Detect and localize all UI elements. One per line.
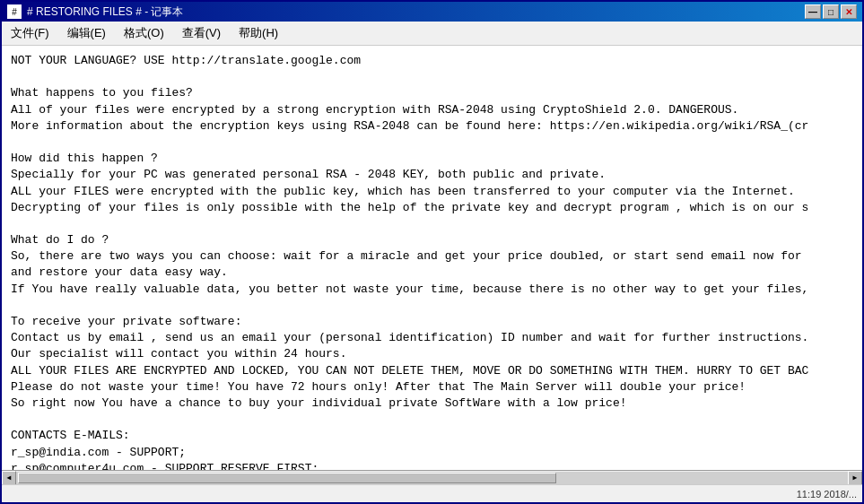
scroll-left-button[interactable]: ◀ [2, 471, 16, 485]
status-bar: 11:19 2018/... [2, 484, 862, 502]
scroll-thumb[interactable] [18, 473, 556, 483]
title-bar-left: # # RESTORING FILES # - 记事本 [7, 4, 183, 20]
close-button[interactable]: ✕ [841, 4, 857, 19]
menu-help[interactable]: 帮助(H) [230, 23, 287, 43]
menu-file[interactable]: 文件(F) [2, 23, 58, 43]
scroll-track[interactable] [16, 472, 848, 484]
app-icon: # [7, 4, 22, 19]
minimize-button[interactable]: — [805, 4, 821, 19]
horizontal-scrollbar: ◀ ▶ [2, 470, 862, 484]
menu-format[interactable]: 格式(O) [115, 23, 173, 43]
main-window: # # RESTORING FILES # - 记事本 — □ ✕ 文件(F) … [0, 0, 864, 504]
scroll-right-button[interactable]: ▶ [848, 471, 862, 485]
menu-bar: 文件(F) 编辑(E) 格式(O) 查看(V) 帮助(H) [2, 22, 862, 46]
content-area: NOT YOUR LANGUAGE? USE http://translate.… [2, 46, 862, 484]
window-title: # RESTORING FILES # - 记事本 [27, 4, 183, 20]
maximize-button[interactable]: □ [823, 4, 839, 19]
status-text: 11:19 2018/... [797, 489, 857, 500]
menu-edit[interactable]: 编辑(E) [58, 23, 115, 43]
title-buttons: — □ ✕ [805, 4, 857, 19]
notepad-text[interactable]: NOT YOUR LANGUAGE? USE http://translate.… [2, 46, 862, 470]
title-bar: # # RESTORING FILES # - 记事本 — □ ✕ [2, 2, 862, 22]
menu-view[interactable]: 查看(V) [173, 23, 230, 43]
